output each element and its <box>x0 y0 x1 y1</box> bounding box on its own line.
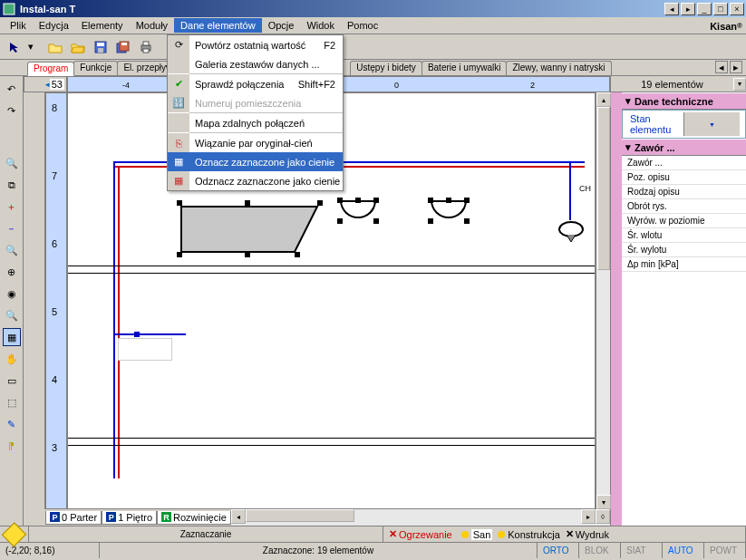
status-warning-icon[interactable] <box>0 526 29 542</box>
mode-powt[interactable]: POWT <box>704 543 746 558</box>
mode-blok[interactable]: BLOK <box>579 543 621 558</box>
prop-poz-opisu[interactable]: Poz. opisu <box>622 170 746 185</box>
branch-1[interactable] <box>113 333 186 335</box>
tabs-scroll-left[interactable]: ◂ <box>715 61 728 73</box>
vertical-scrollbar[interactable]: ▴ ▾ <box>596 92 610 509</box>
zoom-fit-icon[interactable]: 🔍 <box>3 241 21 259</box>
scroll-right-button[interactable]: ▸ <box>581 509 596 524</box>
close-wydruk[interactable]: ✕ <box>566 528 574 540</box>
redo-icon[interactable]: ↷ <box>3 101 21 120</box>
dock-left-button[interactable]: ◂ <box>664 3 679 15</box>
prop-wyrow[interactable]: Wyrów. w poziomie <box>622 214 746 228</box>
scroll-corner: ◊ <box>596 509 610 524</box>
tab-zlewy[interactable]: Zlewy, wanny i natryski <box>506 61 611 75</box>
save-all-icon[interactable] <box>112 37 133 57</box>
mode-orto[interactable]: ORTO <box>538 543 579 558</box>
pipe-vert-2[interactable] <box>118 166 120 478</box>
prop-obrot[interactable]: Obrót rys. <box>622 199 746 214</box>
menu-item-powtorz[interactable]: ⟳Powtórz ostatnią wartośćF2 <box>168 35 343 54</box>
maximize-button[interactable]: □ <box>713 3 728 15</box>
menu-item-sprawdz[interactable]: ✔Sprawdź połączeniaShift+F2 <box>168 74 343 93</box>
sink-2[interactable] <box>431 200 467 218</box>
prop-zawor[interactable]: Zawór ... <box>622 156 746 170</box>
menu-opcje[interactable]: Opcje <box>262 18 301 33</box>
menu-item-odznacz-cienie[interactable]: ▦Odznacz zaznaczone jako cienie <box>168 171 343 190</box>
wc-fixture[interactable] <box>557 220 585 244</box>
horizontal-scrollbar[interactable]: ◂ ▸ ◊ <box>231 509 610 526</box>
mode-auto[interactable]: AUTO <box>663 543 704 558</box>
zoom-prev-icon[interactable]: 🔍 <box>3 306 21 324</box>
tab-funkcje[interactable]: Funkcje <box>73 61 118 75</box>
dropper-icon[interactable]: ⁋ <box>3 437 21 455</box>
prop-sr-wlotu[interactable]: Śr. wlotu <box>622 228 746 243</box>
properties-panel: 19 elementów ▾ ▾Dane techniczne Stan ele… <box>610 76 746 526</box>
tab-ogrzewanie[interactable]: Ogrzewanie <box>399 529 452 540</box>
scroll-left-button[interactable]: ◂ <box>231 509 246 524</box>
dock-right-button[interactable]: ▸ <box>681 3 695 15</box>
pan-icon[interactable]: ✋ <box>3 350 21 368</box>
scroll-v-thumb[interactable] <box>597 107 610 270</box>
grid-toggle[interactable]: ▦ <box>3 328 21 346</box>
undo-icon[interactable]: ↶ <box>3 80 21 98</box>
zoom-in-icon[interactable]: 🔍 <box>3 154 21 172</box>
menu-moduly[interactable]: Moduły <box>130 18 174 33</box>
menu-item-mapa[interactable]: Mapa zdalnych połączeń <box>168 113 343 132</box>
section-zawor[interactable]: ▾Zawór ... <box>622 139 746 156</box>
zoom-extent-icon[interactable]: ⊕ <box>3 263 21 281</box>
tab-rozwiniecie[interactable]: RRozwinięcie <box>157 511 231 525</box>
select-lasso-icon[interactable]: ⬚ <box>3 393 21 411</box>
menu-item-wiazanie[interactable]: ⎘Wiązanie par oryginał-cień <box>168 133 343 152</box>
menu-widok[interactable]: Widok <box>300 18 341 33</box>
number-icon: 🔢 <box>172 97 185 109</box>
menu-elementy[interactable]: Elementy <box>75 18 130 33</box>
menu-item-galeria[interactable]: Galeria zestawów danych ... <box>168 54 343 73</box>
menu-dane-elementow[interactable]: Dane elementów <box>174 18 262 33</box>
pipe-vert-1[interactable] <box>113 161 115 478</box>
print-icon[interactable] <box>135 37 156 57</box>
menu-item-oznacz-cienie[interactable]: ▦Oznacz zaznaczone jako cienie <box>168 152 343 171</box>
close-button[interactable]: × <box>730 3 744 15</box>
tab-san[interactable]: San <box>471 529 493 540</box>
tab-parter[interactable]: P0 Parter <box>45 511 102 525</box>
panel-dropdown-button[interactable]: ▾ <box>733 78 746 91</box>
section-dane-techniczne[interactable]: ▾Dane techniczne <box>622 92 746 110</box>
tab-konstrukcja[interactable]: Konstrukcja <box>508 529 559 540</box>
bathtub[interactable] <box>177 202 322 256</box>
new-folder-icon[interactable] <box>44 37 65 57</box>
scroll-h-thumb[interactable] <box>246 509 354 522</box>
tab-pietro[interactable]: P1 Piętro <box>102 511 157 525</box>
tab-wydruk[interactable]: Wydruk <box>576 529 609 540</box>
zoom-window-icon[interactable]: ⧉ <box>3 176 21 194</box>
stan-elementu-select[interactable]: Stan elementu▼ <box>622 110 746 139</box>
scroll-down-button[interactable]: ▾ <box>596 495 611 509</box>
scroll-up-button[interactable]: ▴ <box>596 92 611 107</box>
close-ogrzewanie[interactable]: ✕ <box>389 528 397 540</box>
select-rect-icon[interactable]: ▭ <box>3 372 21 390</box>
mode-siat[interactable]: SIAT <box>621 543 663 558</box>
zoom-minus-icon[interactable]: － <box>3 219 21 237</box>
tab-ustepy[interactable]: Ustępy i bidety <box>350 61 422 75</box>
minimize-button[interactable]: _ <box>697 3 712 15</box>
tab-program[interactable]: Program <box>27 62 74 76</box>
prop-rodzaj-opisu[interactable]: Rodzaj opisu <box>622 185 746 199</box>
pointer-dropdown[interactable]: ▾ <box>26 37 35 57</box>
zoom-plus-icon[interactable]: ＋ <box>3 198 21 216</box>
menu-item-numeruj: 🔢Numeruj pomieszczenia <box>168 93 343 112</box>
sink-1[interactable] <box>340 200 376 218</box>
prop-sr-wylotu[interactable]: Śr. wylotu <box>622 243 746 257</box>
open-icon[interactable] <box>67 37 88 57</box>
history-column <box>24 92 45 509</box>
menu-edycja[interactable]: Edycja <box>33 18 75 33</box>
save-icon[interactable] <box>90 37 111 57</box>
menu-pomoc[interactable]: Pomoc <box>341 18 384 33</box>
pencil-icon[interactable]: ✎ <box>3 415 21 433</box>
pipe-drop[interactable] <box>569 161 571 220</box>
tab-baterie[interactable]: Baterie i umywalki <box>421 61 508 75</box>
vertical-ruler[interactable]: 8 7 6 5 4 3 <box>45 92 67 509</box>
tabs-scroll-right[interactable]: ▸ <box>730 61 742 73</box>
pointer-tool[interactable] <box>4 37 24 57</box>
fixture-box[interactable] <box>118 338 172 361</box>
menu-plik[interactable]: Plik <box>4 18 33 33</box>
zoom-all-icon[interactable]: ◉ <box>3 285 21 303</box>
prop-dp-min[interactable]: Δp min [kPa] <box>622 257 746 272</box>
